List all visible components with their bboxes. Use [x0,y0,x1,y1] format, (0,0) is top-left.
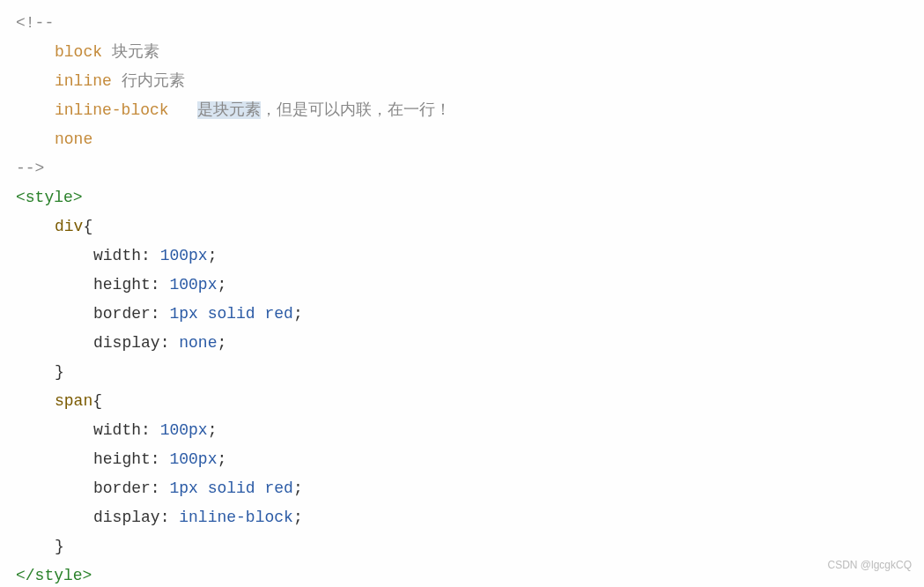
brace-close-2: } [55,538,64,555]
comment-open: <!-- [16,14,54,32]
prop-display: display [93,334,160,352]
val-100px: 100px [160,247,208,264]
watermark: CSDN @lgcgkCQ [827,551,912,580]
comment-close: --> [16,160,44,177]
style-close-tag: </style> [16,567,92,584]
prop-border: border [93,305,151,323]
kw-inline: inline [55,72,112,90]
brace-open: { [83,218,92,235]
val-none: none [179,334,217,352]
val-100px-4: 100px [169,450,217,468]
val-red-2: red [264,479,292,497]
prop-display-2: display [93,509,160,526]
kw-block: block [55,43,102,61]
gap [169,101,197,119]
val-1px: 1px [169,305,197,323]
prop-height: height [93,276,151,294]
code-block: <!-- block 块元素 inline 行内元素 inline-block … [16,9,924,587]
val-100px-2: 100px [169,276,217,294]
selector-span: span [55,392,92,410]
val-red: red [264,305,292,323]
txt-inline: 行内元素 [112,72,185,90]
style-open-tag: <style> [16,189,83,206]
val-solid: solid [208,305,255,323]
val-inline-block: inline-block [179,509,293,526]
prop-border-2: border [93,479,151,497]
val-solid-2: solid [208,479,255,497]
prop-width-2: width [93,421,141,439]
prop-height-2: height [93,450,151,468]
kw-inline-block: inline-block [55,101,169,119]
txt-block: 块元素 [102,43,159,61]
prop-width: width [93,247,141,264]
brace-close: } [55,363,64,381]
txt-inline-block: ，但是可以内联，在一行！ [261,101,451,119]
hl-text: 是块元素 [197,101,261,119]
brace-open-2: { [92,392,102,410]
val-1px-2: 1px [169,479,197,497]
val-100px-3: 100px [160,421,208,439]
kw-none: none [55,130,92,148]
selector-div: div [55,218,83,235]
